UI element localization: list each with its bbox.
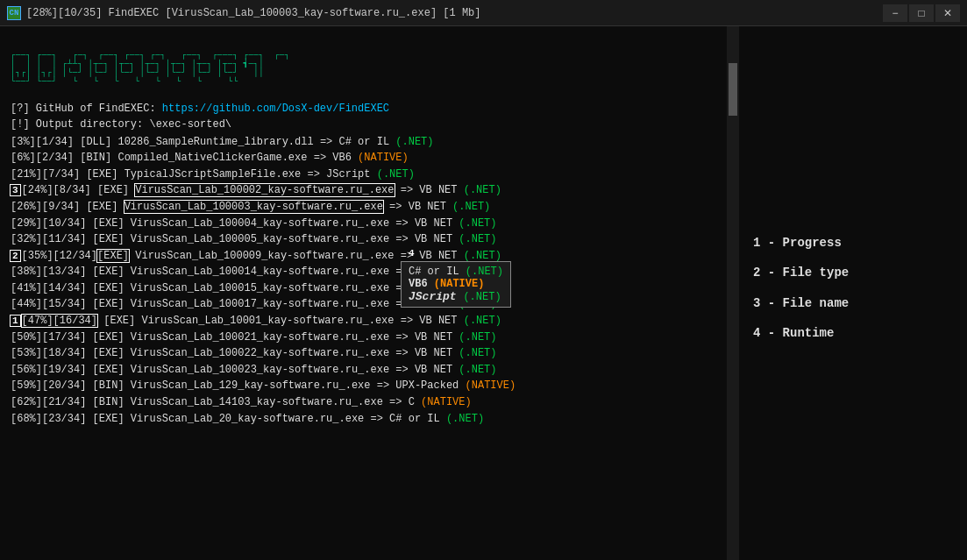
maximize-button[interactable]: □: [909, 4, 934, 22]
close-button[interactable]: ✕: [935, 4, 960, 22]
output-line: [!] Output directory: \exec-sorted\: [11, 117, 716, 132]
callout-item-3: JScript (.NET): [409, 290, 503, 303]
log-line: [59%][20/34] [BIN] VirusScan_Lab_129_kay…: [11, 378, 716, 394]
log-line: 3[24%][8/34] [EXE] VirusScan_Lab_100002_…: [11, 182, 716, 199]
log-line: [50%][17/34] [EXE] VirusScan_Lab_100021_…: [11, 330, 716, 346]
log-line: [56%][19/34] [EXE] VirusScan_Lab_100023_…: [11, 362, 716, 379]
scrollbar-thumb[interactable]: [729, 63, 737, 116]
callout-num-2: 2: [11, 251, 20, 261]
log-line: [21%][7/34] [EXE] TypicalJScriptSampleFi…: [11, 167, 716, 183]
log-line: [6%][2/34] [BIN] Compiled_NativeClickerG…: [11, 150, 716, 167]
terminal: ┌──┐ ┌──┐ ┌─┐ ┌──┐ ┌──┐ ┌─┐ ┌──┐ ┌───┐ ┌…: [0, 26, 727, 560]
callout-runtime-label: 4: [409, 248, 415, 259]
main-area: ┌──┐ ┌──┐ ┌─┐ ┌──┐ ┌──┐ ┌─┐ ┌──┐ ┌───┐ ┌…: [0, 26, 967, 560]
log-line: [29%][10/34] [EXE] VirusScan_Lab_100004_…: [11, 216, 716, 232]
titlebar-left: CN [28%][10/35] FindEXEC [VirusScan_Lab_…: [7, 6, 480, 20]
titlebar-controls: − □ ✕: [883, 4, 960, 22]
log-lines: [3%][1/34] [DLL] 10286_SampleRuntime_lib…: [11, 134, 716, 428]
minimize-button[interactable]: −: [883, 4, 907, 22]
log-line: [26%][9/34] [EXE] VirusScan_Lab_100003_k…: [11, 199, 716, 216]
legend: 1 - Progress2 - File type3 - File name4 …: [753, 233, 953, 354]
log-line: [44%][15/34] [EXE] VirusScan_Lab_100017_…: [11, 296, 716, 313]
log-line: [41%][14/34] [EXE] VirusScan_Lab_100015_…: [11, 280, 716, 297]
log-line: [38%][13/34] [EXE] VirusScan_Lab_100014_…: [11, 264, 716, 280]
log-line: 1[47%][16/34] [EXE] VirusScan_Lab_10001_…: [11, 313, 716, 330]
callout-item-1: C# or IL (.NET): [409, 266, 503, 278]
legend-item-2: 2 - File type: [753, 263, 953, 282]
legend-item-3: 3 - File name: [753, 294, 953, 313]
callout-num-1: 1: [11, 315, 20, 326]
legend-item-4: 4 - Runtime: [753, 323, 953, 343]
log-line: [3%][1/34] [DLL] 10286_SampleRuntime_lib…: [11, 134, 716, 151]
log-line: [32%][11/34] [EXE] VirusScan_Lab_100005_…: [11, 231, 716, 248]
log-line: [68%][23/34] [EXE] VirusScan_Lab_20_kay-…: [11, 411, 716, 428]
titlebar: CN [28%][10/35] FindEXEC [VirusScan_Lab_…: [0, 0, 967, 26]
github-line: [?] GitHub of FindEXEC: https://github.c…: [11, 101, 716, 117]
scrollbar[interactable]: [727, 26, 739, 560]
callout-runtime: 4 C# or IL (.NET) VB6 (NATIVE) JScript (…: [401, 261, 511, 308]
app-icon: CN: [7, 6, 21, 20]
callout-num-3: 3: [11, 185, 20, 195]
right-panel: 1 - Progress2 - File type3 - File name4 …: [739, 26, 967, 560]
log-line: 2[35%][12/34][EXE] VirusScan_Lab_100009_…: [11, 248, 716, 265]
callout-item-2: VB6 (NATIVE): [409, 278, 503, 290]
ascii-art: ┌──┐ ┌──┐ ┌─┐ ┌──┐ ┌──┐ ┌─┐ ┌──┐ ┌───┐ ┌…: [11, 33, 716, 96]
legend-item-1: 1 - Progress: [753, 233, 953, 252]
log-line: [62%][21/34] [BIN] VirusScan_Lab_14103_k…: [11, 394, 716, 411]
log-line: [53%][18/34] [EXE] VirusScan_Lab_100022_…: [11, 345, 716, 362]
titlebar-title: [28%][10/35] FindEXEC [VirusScan_Lab_100…: [26, 7, 480, 19]
